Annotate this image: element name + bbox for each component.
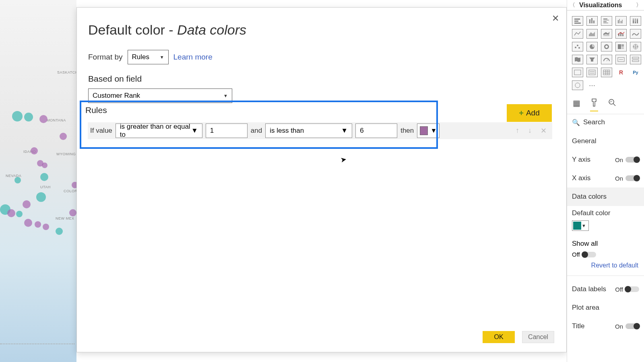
viz-funnel-icon[interactable]	[586, 55, 598, 64]
svg-rect-9	[603, 23, 608, 23]
rules-highlight-box: Rules	[84, 101, 438, 149]
viz-table-icon[interactable]	[601, 68, 612, 77]
svg-rect-17	[635, 19, 636, 22]
viz-clustered-column-icon[interactable]	[615, 16, 627, 26]
svg-rect-43	[589, 70, 595, 75]
learn-more-link[interactable]: Learn more	[173, 53, 213, 62]
format-plot-area[interactable]: Plot area	[572, 298, 639, 317]
viz-filled-map-icon[interactable]	[572, 55, 583, 64]
svg-rect-2	[574, 23, 581, 24]
viz-100-stacked-icon[interactable]	[630, 16, 641, 26]
map-state-label: MONTANA	[47, 118, 66, 122]
format-title-label: Title	[572, 322, 585, 330]
viz-line-column-icon[interactable]	[615, 29, 627, 39]
cancel-button[interactable]: Cancel	[522, 331, 554, 343]
chevron-down-icon: ▼	[160, 55, 164, 60]
viz-ribbon-icon[interactable]	[630, 29, 641, 39]
search-icon: 🔍	[572, 119, 580, 126]
viz-gauge-icon[interactable]	[601, 55, 612, 64]
format-by-select[interactable]: Rules ▼	[128, 50, 169, 64]
map-bubble	[16, 211, 23, 217]
show-all-toggle[interactable]: Off	[572, 251, 639, 258]
dialog-title: Default color - Data colors	[88, 22, 555, 38]
viz-more-icon[interactable]: ⋯	[586, 80, 598, 90]
format-search[interactable]: 🔍 Search	[567, 114, 644, 130]
y-axis-toggle[interactable]: On	[615, 156, 639, 163]
map-bubble	[14, 177, 21, 183]
viz-stacked-bar-icon[interactable]	[572, 16, 583, 26]
format-by-value: Rules	[132, 53, 149, 61]
format-y-axis[interactable]: Y axis On	[572, 150, 639, 169]
viz-line-icon[interactable]	[572, 29, 583, 39]
move-down-icon[interactable]: ↓	[528, 126, 532, 135]
format-y-axis-label: Y axis	[572, 156, 590, 164]
close-icon[interactable]: ✕	[552, 13, 559, 24]
format-general[interactable]: General	[572, 132, 639, 150]
viz-multirow-card-icon[interactable]	[630, 55, 641, 64]
svg-point-51	[575, 83, 580, 88]
title-toggle[interactable]: On	[615, 323, 639, 330]
viz-treemap-icon[interactable]	[615, 42, 627, 51]
move-up-icon[interactable]: ↑	[516, 126, 519, 135]
svg-rect-13	[622, 20, 623, 23]
chevron-right-icon[interactable]: 〉	[634, 2, 644, 9]
color-swatch	[573, 222, 581, 230]
viz-r-script-icon[interactable]: R	[615, 68, 627, 77]
add-rule-button[interactable]: + Add	[507, 104, 552, 122]
map-state-label: UTAH	[40, 185, 51, 189]
viz-scatter-icon[interactable]	[572, 42, 583, 51]
viz-stacked-area-icon[interactable]	[601, 29, 612, 39]
map-bubble	[12, 111, 23, 121]
chevron-left-icon[interactable]: 〈	[567, 2, 578, 9]
based-on-field-value: Customer Rank	[93, 92, 140, 100]
map-bubble	[23, 200, 31, 208]
add-label: Add	[526, 109, 540, 117]
analytics-tab-icon[interactable]	[608, 98, 617, 111]
map-bubble	[40, 173, 48, 181]
viz-clustered-bar-icon[interactable]	[601, 16, 612, 26]
format-x-axis[interactable]: X axis On	[572, 169, 639, 187]
revert-to-default-link[interactable]: Revert to default	[567, 258, 644, 273]
data-labels-toggle[interactable]: Off	[615, 286, 639, 293]
viz-python-icon[interactable]: Py	[630, 68, 641, 77]
svg-rect-25	[622, 34, 623, 36]
svg-line-53	[613, 103, 615, 106]
svg-rect-0	[574, 19, 580, 20]
viz-custom-icon[interactable]	[572, 80, 583, 90]
format-title[interactable]: Title On	[572, 317, 639, 335]
based-on-field-label: Based on field	[88, 74, 555, 84]
divider	[0, 343, 74, 344]
svg-point-31	[605, 45, 608, 48]
format-show-all: Show all Off	[567, 236, 644, 258]
viz-card-icon[interactable]	[615, 55, 627, 64]
default-color-label: Default color	[572, 209, 610, 217]
svg-rect-4	[591, 18, 592, 23]
map-bubble	[24, 219, 32, 227]
map-bubble	[39, 115, 47, 123]
svg-rect-19	[637, 19, 638, 20]
map-bubble	[7, 209, 15, 217]
default-color-picker[interactable]: ▼	[572, 220, 589, 231]
format-data-colors[interactable]: Data colors	[567, 187, 644, 206]
fields-tab-icon[interactable]: ▦	[573, 98, 580, 111]
format-data-labels[interactable]: Data labels Off	[572, 280, 639, 298]
viz-donut-icon[interactable]	[601, 42, 612, 51]
viz-stacked-column-icon[interactable]	[586, 16, 598, 26]
svg-rect-42	[574, 70, 581, 75]
svg-rect-11	[619, 19, 620, 23]
viz-area-icon[interactable]	[586, 29, 598, 39]
svg-rect-1	[574, 21, 578, 22]
viz-kpi-icon[interactable]	[572, 68, 583, 77]
plus-icon: +	[519, 109, 524, 118]
format-data-labels-label: Data labels	[572, 285, 606, 293]
ok-button[interactable]: OK	[483, 331, 515, 343]
viz-slicer-icon[interactable]	[586, 68, 598, 77]
format-tab-icon[interactable]	[590, 98, 598, 111]
svg-marker-36	[589, 58, 595, 62]
x-axis-toggle[interactable]: On	[615, 175, 639, 182]
delete-rule-icon[interactable]: ✕	[541, 126, 547, 135]
viz-pie-icon[interactable]	[586, 42, 598, 51]
viz-map-icon[interactable]	[630, 42, 641, 51]
rules-heading: Rules	[85, 105, 432, 115]
title-prefix: Default color -	[88, 22, 177, 37]
